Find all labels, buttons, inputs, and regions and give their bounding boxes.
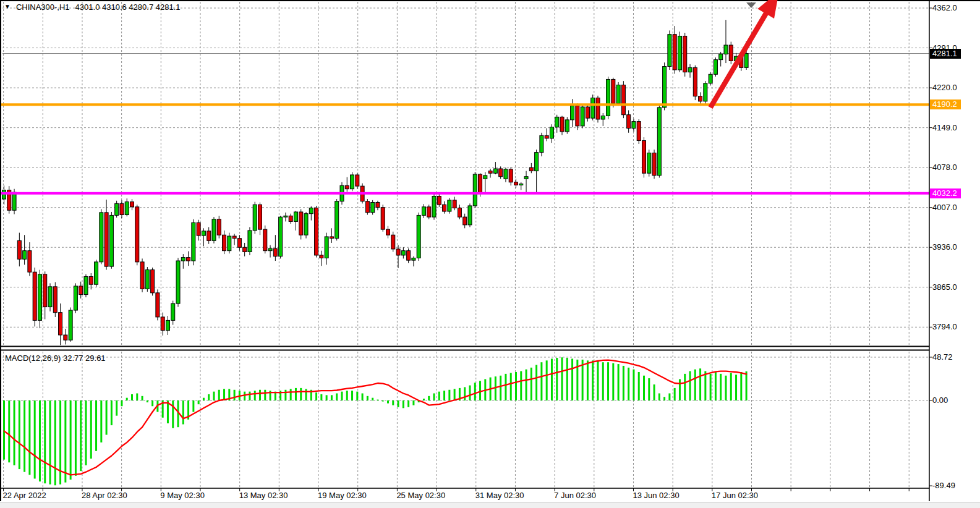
candle-body	[299, 212, 303, 235]
candle-body	[64, 335, 67, 340]
candle-body	[714, 60, 717, 75]
macd-histogram-bar	[341, 392, 343, 400]
macd-histogram-bar	[116, 400, 117, 416]
candle-body	[422, 207, 425, 216]
candle-body	[529, 167, 533, 171]
price-axis-label: 4220.0	[932, 83, 957, 93]
macd-histogram-bar	[602, 362, 604, 400]
candle-body	[309, 208, 313, 214]
macd-histogram-bar	[505, 374, 506, 400]
chart-title: ▼ CHINA300-,H1 4301.0 4310.6 4280.7 4281…	[4, 2, 181, 12]
macd-histogram-bar	[136, 394, 138, 400]
candle-body	[104, 213, 108, 266]
macd-indicator-label: MACD(12,26,9) 32.77 29.61	[5, 353, 106, 363]
candle-body	[345, 185, 349, 188]
macd-histogram-bar	[331, 395, 333, 400]
chart-ohlc-readout: 4301.0 4310.6 4280.7 4281.1	[75, 2, 181, 12]
chart-shift-marker-icon[interactable]	[746, 2, 756, 8]
chart-symbol-period: CHINA300-,H1	[16, 2, 70, 12]
candle-body	[95, 262, 98, 284]
candle-body	[427, 207, 431, 217]
candle-body	[197, 222, 200, 235]
macd-histogram-bar	[249, 392, 250, 400]
candle-body	[458, 208, 461, 218]
price-axis-label: 4078.0	[932, 163, 957, 172]
candle-body	[647, 153, 651, 174]
macd-histogram-bar	[684, 374, 686, 400]
candle-body	[371, 203, 375, 213]
candle-body	[729, 45, 733, 61]
macd-histogram-bar	[372, 398, 373, 400]
candle-body	[627, 115, 631, 129]
macd-histogram-bar	[704, 371, 706, 400]
candle-body	[289, 216, 292, 221]
macd-histogram-bar	[474, 383, 476, 400]
macd-histogram-bar	[679, 379, 681, 400]
candle-body	[181, 258, 185, 261]
candle-body	[407, 251, 411, 260]
candle-body	[176, 261, 180, 303]
candle-body	[59, 313, 62, 335]
candle-body	[453, 200, 456, 208]
macd-histogram-bar	[8, 400, 10, 462]
macd-histogram-bar	[356, 392, 358, 400]
candle-body	[171, 303, 175, 320]
macd-histogram-bar	[147, 400, 148, 402]
macd-histogram-bar	[3, 400, 5, 460]
macd-histogram-bar	[674, 388, 676, 400]
macd-histogram-bar	[699, 368, 701, 400]
macd-histogram-bar	[203, 398, 205, 400]
candle-body	[616, 85, 620, 104]
candle-body	[391, 235, 395, 249]
candle-body	[586, 107, 589, 118]
macd-histogram-bar	[443, 391, 445, 400]
macd-histogram-bar	[628, 368, 629, 400]
candle-body	[381, 208, 385, 229]
candle-body	[699, 96, 702, 101]
macd-histogram-bar	[730, 373, 732, 400]
macd-histogram-bar	[75, 400, 77, 476]
macd-histogram-bar	[433, 394, 435, 400]
time-axis-label: 22 Apr 2022	[3, 491, 46, 501]
candle-body	[611, 79, 615, 103]
candle-body	[365, 201, 369, 213]
candle-body	[315, 208, 318, 255]
time-axis-label: 25 May 02:30	[396, 491, 445, 501]
candle-body	[719, 54, 723, 60]
price-axis-label: 3936.0	[932, 242, 957, 252]
candle-body	[504, 169, 508, 179]
candle-body	[84, 276, 88, 294]
macd-histogram-bar	[336, 394, 338, 400]
macd-histogram-bar	[295, 388, 297, 400]
macd-histogram-bar	[387, 400, 389, 404]
macd-histogram-bar	[131, 394, 133, 400]
candle-body	[69, 310, 72, 340]
macd-histogram-bar	[90, 400, 92, 459]
candle-body	[48, 287, 52, 307]
candle-body	[535, 153, 539, 171]
macd-histogram-bar	[515, 372, 517, 400]
candle-body	[642, 141, 646, 174]
time-axis-label: 28 Apr 02:30	[82, 491, 127, 501]
candle-body	[545, 135, 548, 138]
macd-histogram-bar	[663, 397, 665, 400]
macd-histogram-bar	[576, 360, 578, 400]
macd-histogram-bar	[326, 395, 328, 400]
symbol-dropdown-icon[interactable]: ▼	[4, 3, 11, 10]
candle-body	[120, 203, 124, 214]
candle-body	[232, 236, 236, 239]
candle-body	[248, 231, 252, 252]
magenta-level-badge: 4032.2	[930, 188, 961, 198]
candle-body	[678, 36, 681, 70]
macd-histogram-bar	[320, 394, 322, 400]
candle-body	[187, 258, 190, 261]
macd-histogram-bar	[14, 400, 15, 465]
candle-body	[607, 79, 610, 116]
macd-histogram-bar	[392, 400, 394, 405]
macd-histogram-bar	[500, 376, 501, 400]
macd-histogram-bar	[39, 400, 41, 481]
macd-histogram-bar	[151, 400, 153, 406]
candle-body	[519, 184, 523, 185]
candle-body	[443, 205, 446, 211]
candle-body	[335, 201, 339, 239]
